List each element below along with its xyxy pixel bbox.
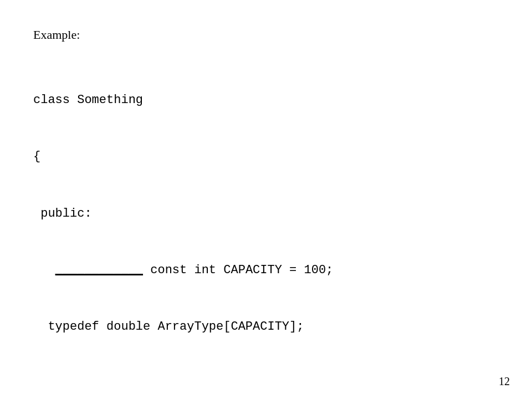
code-line-5: typedef double ArrayType[CAPACITY]; xyxy=(33,318,499,336)
code-block: class Something { public: ____________ c… xyxy=(33,53,499,399)
code-line-1: class Something xyxy=(33,91,499,110)
code-line-4: ____________ const int CAPACITY = 100; xyxy=(33,261,499,280)
code-line-3: public: xyxy=(33,204,499,223)
page-number: 12 xyxy=(499,375,510,388)
code-line-4-suffix: const int CAPACITY = 100; xyxy=(143,263,333,277)
content-area: Example: class Something { public: _____… xyxy=(33,28,499,399)
slide: Example: class Something { public: _____… xyxy=(0,0,532,399)
code-line-4-underline: ____________ xyxy=(55,263,143,277)
code-line-4-prefix xyxy=(33,263,55,277)
code-line-6 xyxy=(33,375,499,393)
code-line-2: { xyxy=(33,147,499,166)
example-label: Example: xyxy=(33,28,499,42)
